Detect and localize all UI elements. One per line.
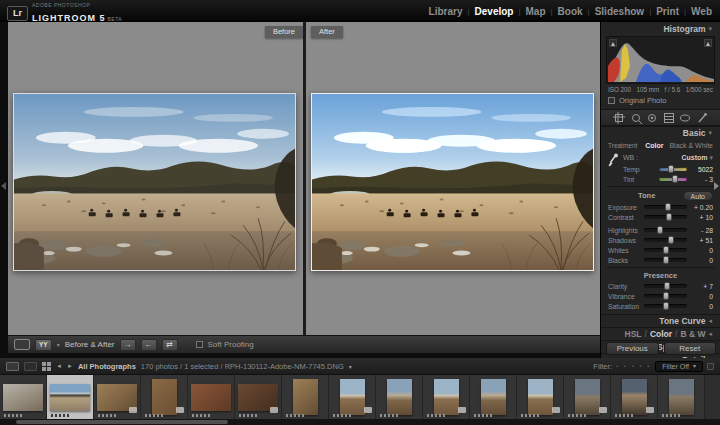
shutter-value: 1/500 sec — [686, 86, 713, 93]
whites-label: Whites — [608, 247, 640, 254]
soft-proofing-checkbox[interactable] — [196, 341, 203, 348]
clarity-slider[interactable] — [644, 284, 687, 288]
left-panel-collapse-strip[interactable] — [0, 22, 8, 358]
filmstrip-thumbnail[interactable] — [423, 375, 470, 419]
module-develop[interactable]: Develop — [475, 6, 514, 17]
module-map[interactable]: Map — [526, 6, 546, 17]
after-photo[interactable] — [311, 93, 594, 271]
blacks-value[interactable]: 0 — [691, 257, 713, 264]
saturation-slider[interactable] — [644, 304, 687, 308]
filmstrip-summary-caret-icon[interactable]: ▾ — [349, 363, 352, 370]
shadows-slider[interactable] — [644, 238, 687, 242]
filmstrip-thumbnail[interactable] — [564, 375, 611, 419]
saturation-value[interactable]: 0 — [691, 303, 713, 310]
filter-lock-icon[interactable] — [707, 363, 714, 370]
previous-button[interactable]: Previous — [606, 342, 659, 355]
filmstrip-scrollbar-thumb[interactable] — [16, 420, 228, 424]
main-window-button[interactable] — [6, 362, 19, 371]
before-photo[interactable] — [13, 93, 296, 271]
white-balance-eyedropper-icon[interactable] — [607, 153, 618, 169]
filmstrip-thumbnail[interactable] — [658, 375, 705, 419]
shadows-value[interactable]: + 51 — [691, 237, 713, 244]
filmstrip-thumbnail[interactable] — [611, 375, 658, 419]
whites-slider[interactable] — [644, 248, 687, 252]
module-separator: | — [551, 7, 553, 16]
spot-removal-icon[interactable] — [630, 112, 642, 124]
blacks-slider[interactable] — [644, 258, 687, 262]
swap-before-after-button[interactable]: ⇄ — [162, 339, 178, 351]
filter-caret-icon: ▾ — [693, 362, 696, 371]
contrast-slider[interactable] — [644, 215, 687, 219]
filmstrip-thumbnail[interactable] — [517, 375, 564, 419]
develop-compare-view: Before After — [8, 22, 600, 335]
copy-after-to-before-button[interactable]: ← — [141, 339, 157, 351]
copy-before-to-after-button[interactable]: → — [120, 339, 136, 351]
right-panel-collapse-icon[interactable] — [714, 182, 719, 190]
filmstrip-source[interactable]: All Photographs — [78, 362, 136, 371]
crop-overlay-icon[interactable] — [613, 112, 625, 124]
tone-curve-panel-header[interactable]: Tone Curve ◂ — [601, 314, 720, 327]
filmstrip-thumbnail[interactable] — [141, 375, 188, 419]
wb-preset-select[interactable]: Custom — [681, 154, 707, 161]
basic-panel-header[interactable]: Basic ▾ — [601, 126, 720, 139]
rating-filter-dots[interactable]: • • • • • — [616, 363, 651, 369]
highlights-slider[interactable] — [644, 228, 687, 232]
previous-photo-arrow-icon[interactable]: ◄ — [56, 363, 62, 369]
tint-value[interactable]: - 3 — [691, 176, 713, 183]
histogram-panel-header[interactable]: Histogram ▾ — [601, 22, 720, 35]
module-library[interactable]: Library — [429, 6, 463, 17]
hsl-panel-header[interactable]: HSL / Color / B & W ◂ — [601, 327, 720, 340]
histogram[interactable] — [606, 36, 715, 84]
filmstrip-thumbnail[interactable] — [188, 375, 235, 419]
temp-slider[interactable] — [659, 167, 687, 171]
treatment-color-option[interactable]: Color — [645, 142, 663, 149]
filmstrip-thumbnail[interactable] — [329, 375, 376, 419]
module-print[interactable]: Print — [656, 6, 679, 17]
red-eye-icon[interactable] — [646, 112, 658, 124]
filmstrip-thumbnail[interactable] — [282, 375, 329, 419]
module-slideshow[interactable]: Slideshow — [595, 6, 644, 17]
radial-filter-icon[interactable] — [679, 112, 691, 124]
contrast-value[interactable]: + 10 — [691, 214, 713, 221]
whites-value[interactable]: 0 — [691, 247, 713, 254]
filmstrip-thumbnail[interactable] — [376, 375, 423, 419]
module-book[interactable]: Book — [558, 6, 583, 17]
graduated-filter-icon[interactable] — [663, 112, 675, 124]
clarity-value[interactable]: + 7 — [691, 283, 713, 290]
exposure-value[interactable]: + 0.20 — [691, 204, 713, 211]
bw-option[interactable]: B & W — [680, 329, 705, 339]
loupe-view-icon[interactable] — [14, 339, 30, 350]
vibrance-slider[interactable] — [644, 294, 687, 298]
filmstrip-thumbnail[interactable] — [470, 375, 517, 419]
second-window-button[interactable] — [24, 362, 37, 371]
view-mode-caret-icon[interactable]: ▾ — [57, 341, 60, 348]
hsl-separator: / — [675, 329, 677, 339]
before-after-view-button[interactable]: YY — [35, 339, 52, 351]
treatment-bw-option[interactable]: Black & White — [669, 142, 713, 149]
filmstrip-thumbnail-selected[interactable] — [47, 375, 94, 419]
exposure-slider[interactable] — [644, 205, 687, 209]
filmstrip-summary[interactable]: 170 photos / 1 selected / RPH-130112-Ado… — [141, 362, 344, 371]
temp-value[interactable]: 5022 — [691, 166, 713, 173]
filter-preset-select[interactable]: Filter Off ▾ — [655, 361, 703, 372]
adjustment-brush-icon[interactable] — [696, 112, 708, 124]
color-option[interactable]: Color — [650, 329, 672, 339]
filmstrip-info-bar: ◄ ► All Photographs 170 photos / 1 selec… — [0, 358, 720, 375]
tint-slider[interactable] — [659, 177, 687, 181]
highlights-value[interactable]: - 28 — [691, 227, 713, 234]
next-photo-arrow-icon[interactable]: ► — [67, 363, 73, 369]
reset-button[interactable]: Reset — [664, 342, 717, 355]
filmstrip-scrollbar[interactable] — [0, 419, 720, 425]
filmstrip-thumbnail[interactable] — [0, 375, 47, 419]
vibrance-value[interactable]: 0 — [691, 293, 713, 300]
original-photo-checkbox[interactable] — [608, 97, 615, 104]
module-web[interactable]: Web — [691, 6, 712, 17]
lightroom-logo-icon: Lr — [7, 6, 28, 21]
filter-label: Filter: — [593, 362, 612, 371]
auto-tone-button[interactable]: Auto — [683, 191, 713, 201]
filmstrip-thumbnail[interactable] — [94, 375, 141, 419]
hsl-option[interactable]: HSL — [625, 329, 642, 339]
filmstrip-thumbnail[interactable] — [235, 375, 282, 419]
grid-view-icon[interactable] — [42, 362, 51, 371]
basic-caret-icon: ▾ — [708, 129, 712, 137]
